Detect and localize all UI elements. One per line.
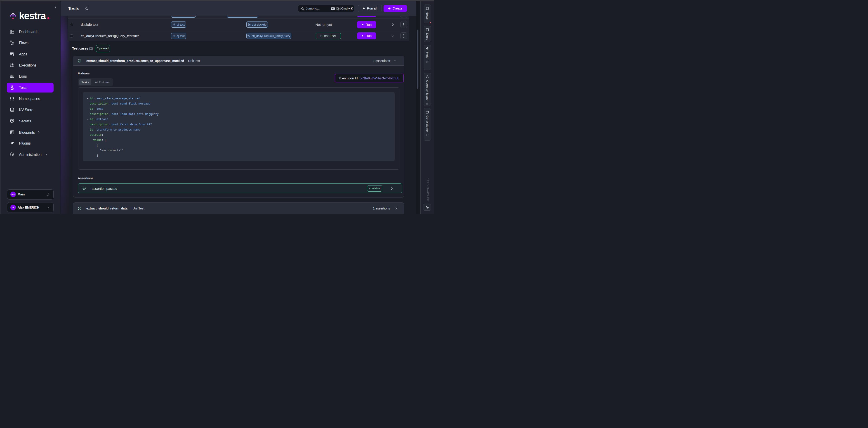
svg-text:kestra: kestra (19, 10, 46, 21)
